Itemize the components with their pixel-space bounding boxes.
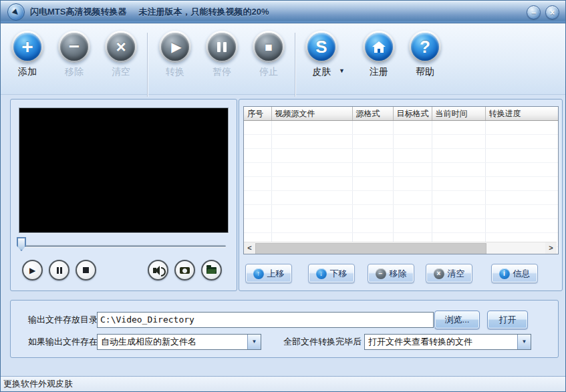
toolbar-register-button[interactable]: 注册 [355,31,403,78]
exists-option-label: 如果输出文件存在： [28,336,106,348]
video-preview [19,108,229,233]
move-down-button[interactable]: ↓ 下移 [308,264,355,283]
chevron-down-icon[interactable]: ▼ [247,335,261,349]
app-logo-icon: ▶ [7,3,25,21]
browse-button[interactable]: 浏览... [434,311,480,329]
stop-icon [83,267,89,273]
pause-icon [208,33,236,61]
open-dir-button[interactable]: 打开 [487,311,528,329]
horizontal-scrollbar[interactable]: < > [244,242,557,254]
col-header-current-time[interactable]: 当前时间 [432,107,485,121]
toolbar-clear-button[interactable]: × 清空 [97,31,145,78]
toolbar-remove-button[interactable]: − 移除 [50,31,98,78]
toolbar-add-button[interactable]: + 添加 [3,31,51,78]
add-plus-icon: + [13,33,41,61]
table-row [244,177,558,191]
seek-slider-track[interactable] [20,245,226,247]
col-header-target-format[interactable]: 目标格式 [393,107,432,121]
table-row [244,191,558,205]
info-icon: i [499,268,510,279]
toolbar-pause-button[interactable]: 暂停 [198,31,246,78]
remove-minus-icon: − [60,33,88,61]
table-row [244,205,558,219]
move-up-icon: ↑ [253,268,264,279]
toolbar-convert-button[interactable]: ▶ 转换 [151,31,199,78]
queue-panel: 序号 视频源文件 源格式 目标格式 当前时间 转换进度 [239,99,563,291]
conversion-table: 序号 视频源文件 源格式 目标格式 当前时间 转换进度 [243,106,559,254]
toolbar-stop-button[interactable]: ■ 停止 [245,31,293,78]
col-header-source-format[interactable]: 源格式 [352,107,393,121]
volume-icon [153,268,156,273]
toolbar-help-button[interactable]: ? 帮助 [401,31,449,78]
convert-play-icon: ▶ [161,33,189,61]
chevron-down-icon[interactable]: ▼ [517,335,531,349]
scroll-right-icon[interactable]: > [545,242,557,254]
pause-icon [57,267,62,274]
info-button[interactable]: i 信息 [491,264,538,283]
clear-x-icon: × [107,33,135,61]
snapshot-button[interactable] [174,260,195,280]
app-window: ▶ 闪电MTS高清视频转换器 未注册版本，只能转换视频的20% – × + 添加… [0,0,566,392]
after-done-select[interactable]: 打开文件夹查看转换的文件 ▼ [364,334,531,350]
close-button[interactable]: × [545,5,559,19]
stop-button[interactable] [76,260,96,280]
col-header-progress[interactable]: 转换进度 [485,107,558,121]
after-done-label: 全部文件转换完毕后： [283,336,370,348]
window-title: 闪电MTS高清视频转换器 [30,6,126,18]
clear-list-button[interactable]: × 清空 [426,264,472,283]
status-text: 更换软件外观皮肤 [3,379,73,389]
table-row [244,135,558,149]
help-icon: ? [411,33,439,61]
table-row [244,121,558,135]
col-header-index[interactable]: 序号 [244,107,271,121]
clear-x-icon: × [434,268,444,279]
move-down-icon: ↓ [316,268,327,279]
scroll-left-icon[interactable]: < [244,242,255,254]
toolbar-separator [147,33,148,97]
minimize-button[interactable]: – [527,5,541,19]
table-row [244,149,558,163]
titlebar: ▶ 闪电MTS高清视频转换器 未注册版本，只能转换视频的20% – × [1,1,565,23]
volume-button[interactable] [148,260,168,280]
output-dir-input[interactable]: C:\Video_Directory [97,312,434,328]
player-panel: ▶ [10,99,237,291]
move-up-button[interactable]: ↑ 上移 [245,264,292,283]
play-icon: ▶ [29,266,35,274]
skin-dropdown-icon[interactable]: ▼ [339,67,345,74]
open-file-button[interactable] [201,260,222,280]
col-header-source-file[interactable]: 视频源文件 [271,107,352,121]
stop-icon: ■ [255,33,283,61]
exists-option-select[interactable]: 自动生成相应的新文件名 ▼ [97,334,261,350]
remove-minus-icon: − [376,268,386,279]
output-settings-panel: 输出文件存放目录： C:\Video_Directory 浏览... 打开 如果… [10,300,559,358]
table-header-row: 序号 视频源文件 源格式 目标格式 当前时间 转换进度 [244,107,558,121]
scrollbar-thumb[interactable] [255,243,486,254]
output-dir-label: 输出文件存放目录： [28,314,106,326]
unregistered-notice: 未注册版本，只能转换视频的20% [138,6,269,18]
play-button[interactable]: ▶ [22,260,43,280]
status-bar: 更换软件外观皮肤 [1,376,565,391]
seek-slider-thumb[interactable] [17,237,26,251]
register-home-icon [365,33,393,61]
open-file-icon [206,267,217,274]
snapshot-icon [180,267,190,274]
skin-icon: S [307,33,335,61]
toolbar-separator [295,33,295,97]
toolbar: + 添加 − 移除 × 清空 ▶ 转换 暂停 ■ 停止 S 皮肤 ▼ [1,23,565,95]
table-row [244,163,558,177]
remove-item-button[interactable]: − 移除 [368,264,414,283]
pause-button[interactable] [49,260,69,280]
table-row [244,219,558,233]
